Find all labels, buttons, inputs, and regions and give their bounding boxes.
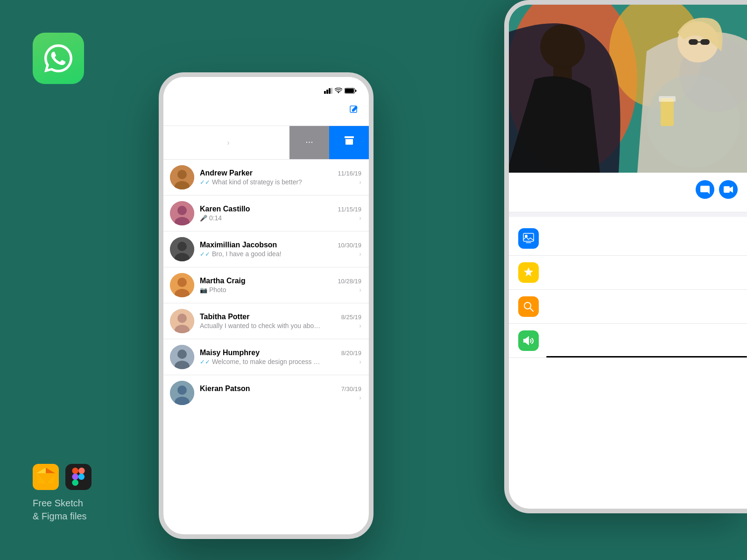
- svg-rect-49: [689, 39, 698, 45]
- camera-icon-martha: 📷: [200, 287, 207, 294]
- star-icon-svg: [522, 266, 535, 279]
- svg-line-57: [530, 308, 533, 311]
- svg-rect-52: [724, 186, 730, 193]
- contact-photo-art: [509, 5, 747, 173]
- svg-rect-6: [78, 468, 85, 474]
- starred-icon: [518, 262, 539, 283]
- video-icon: [724, 185, 733, 194]
- svg-point-19: [177, 170, 187, 179]
- avatar-tabitha: [170, 309, 194, 333]
- status-icons: [324, 88, 357, 94]
- chat-info-kieran: Kieran Patson 7/30/19 ›: [200, 385, 361, 401]
- menu-item-mute[interactable]: [509, 324, 747, 358]
- avatar-image-tabitha: [170, 309, 194, 333]
- double-check-andrew: ✓✓: [200, 179, 210, 186]
- chat-info-tabitha: Tabitha Potter 8/25/19 Actually I wanted…: [200, 313, 361, 329]
- chat-info-andrew: Andrew Parker 11/16/19 ✓✓ What kind of s…: [200, 169, 361, 186]
- chat-item-karen[interactable]: Karen Castillo 11/15/19 🎤 0:14 ›: [163, 196, 369, 231]
- avatar-kieran: [170, 381, 194, 405]
- chevron-tabitha: ›: [359, 322, 361, 329]
- svg-point-37: [177, 385, 187, 395]
- chat-info-max: Maximillian Jacobson 10/30/19 ✓✓ Bro, I …: [200, 241, 361, 258]
- double-check-max: ✓✓: [200, 251, 210, 258]
- svg-rect-11: [326, 90, 328, 94]
- svg-rect-48: [659, 96, 676, 102]
- svg-point-28: [177, 278, 187, 287]
- chat-info-maisy: Maisy Humphrey 8/20/19 ✓✓ Welcome, to ma…: [200, 349, 361, 365]
- photo-background: [509, 5, 747, 173]
- chat-item-kieran[interactable]: Kieran Patson 7/30/19 ›: [163, 375, 369, 411]
- svg-point-44: [540, 24, 585, 69]
- branding-text: Free Sketch& Figma files: [33, 497, 92, 523]
- contact-menu: [509, 222, 747, 358]
- svg-rect-50: [700, 39, 710, 45]
- contact-photo: [509, 5, 747, 173]
- archive-button[interactable]: [329, 126, 369, 159]
- swipe-row[interactable]: › ···: [163, 126, 369, 160]
- video-button[interactable]: [719, 180, 738, 199]
- chevron-max: ›: [359, 250, 361, 258]
- compose-button[interactable]: [349, 105, 359, 117]
- double-check-maisy: ✓✓: [200, 358, 210, 365]
- search-menu-icon: [518, 296, 539, 317]
- avatar-maisy: [170, 345, 194, 369]
- chat-item-tabitha[interactable]: Tabitha Potter 8/25/19 Actually I wanted…: [163, 303, 369, 339]
- chat-date-martha: 10/28/19: [338, 278, 361, 285]
- svg-point-9: [78, 474, 85, 480]
- svg-point-31: [177, 314, 187, 323]
- mic-icon-karen: 🎤: [200, 215, 207, 222]
- phone-chats: › ···: [159, 72, 374, 539]
- chat-item-maisy[interactable]: Maisy Humphrey 8/20/19 ✓✓ Welcome, to ma…: [163, 339, 369, 375]
- chat-date-max: 10/30/19: [338, 242, 361, 249]
- swipe-chevron: ›: [227, 139, 229, 147]
- chat-date-tabitha: 8/25/19: [341, 314, 361, 321]
- menu-item-starred[interactable]: [509, 256, 747, 290]
- chat-item-martha[interactable]: Martha Craig 10/28/19 📷 Photo ›: [163, 267, 369, 303]
- menu-item-search[interactable]: [509, 290, 747, 324]
- svg-point-34: [177, 350, 187, 359]
- chat-list: Andrew Parker 11/16/19 ✓✓ What kind of s…: [163, 160, 369, 411]
- status-bar: [163, 88, 369, 94]
- figma-icon: [65, 464, 92, 490]
- svg-point-22: [177, 206, 187, 215]
- signal-icon: [324, 88, 332, 94]
- contact-actions: [696, 180, 738, 199]
- chat-date-karen: 11/15/19: [338, 206, 361, 213]
- section-divider: [509, 212, 747, 217]
- chevron-kieran: ›: [359, 394, 361, 401]
- chat-name-karen: Karen Castillo: [200, 205, 250, 213]
- avatar-image-maisy: [170, 345, 194, 369]
- svg-rect-15: [345, 89, 354, 93]
- chat-name-maisy: Maisy Humphrey: [200, 349, 260, 357]
- avatar-martha: [170, 273, 194, 297]
- avatar-image-kieran: [170, 381, 194, 405]
- chat-preview-maisy: ✓✓ Welcome, to make design process faste…: [200, 358, 321, 365]
- phone-contact: [504, 0, 747, 513]
- sketch-icon: [33, 464, 59, 490]
- svg-rect-47: [661, 98, 674, 126]
- svg-rect-13: [331, 88, 332, 94]
- svg-rect-7: [72, 474, 78, 480]
- media-icon-svg: [522, 232, 535, 245]
- tool-icons: [33, 464, 92, 490]
- message-icon: [700, 185, 710, 194]
- chat-date-andrew: 11/16/19: [338, 170, 361, 177]
- svg-rect-12: [329, 88, 331, 94]
- chat-date-maisy: 8/20/19: [341, 350, 361, 357]
- mute-bottom-line: [546, 356, 747, 357]
- chat-preview-andrew: ✓✓ What kind of strategy is better?: [200, 178, 302, 186]
- compose-icon: [349, 105, 359, 115]
- chevron-maisy: ›: [359, 358, 361, 365]
- menu-item-media[interactable]: [509, 222, 747, 256]
- chevron-karen: ›: [359, 214, 361, 222]
- chat-preview-tabitha: Actually I wanted to check with you abou…: [200, 322, 321, 329]
- chat-info-karen: Karen Castillo 11/15/19 🎤 0:14 ›: [200, 205, 361, 222]
- media-icon: [518, 228, 539, 249]
- chat-item-max[interactable]: Maximillian Jacobson 10/30/19 ✓✓ Bro, I …: [163, 231, 369, 267]
- branding-section: Free Sketch& Figma files: [33, 464, 92, 523]
- archive-icon: [344, 135, 355, 148]
- chat-item-andrew[interactable]: Andrew Parker 11/16/19 ✓✓ What kind of s…: [163, 160, 369, 196]
- more-button[interactable]: ···: [289, 126, 329, 159]
- message-button[interactable]: [696, 180, 714, 199]
- chat-name-kieran: Kieran Patson: [200, 385, 250, 393]
